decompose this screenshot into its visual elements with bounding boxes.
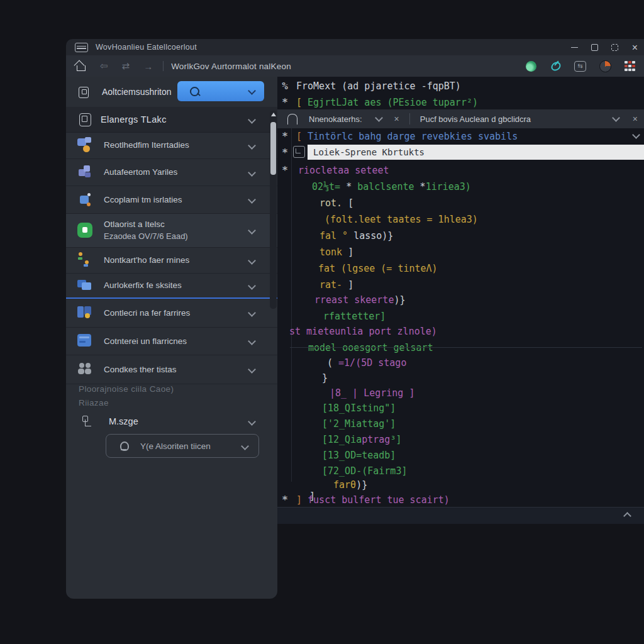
code-token: ] [296, 494, 308, 506]
code-token: [ [296, 97, 308, 108]
box-arrow-icon[interactable]: ⇆ [574, 61, 586, 72]
code-line[interactable]: rreast skeerte)} [314, 292, 406, 308]
gutter-divider [291, 128, 292, 482]
code-token: fal ° [319, 230, 353, 242]
scroll-up-icon[interactable] [271, 113, 276, 116]
tab-1-label[interactable]: Nnenokaterhs: [309, 114, 362, 124]
home-icon[interactable] [76, 62, 86, 71]
code-token: [18_QIsting"] [322, 402, 396, 414]
dropdown-value: Y(e Alsoriten tiicen [140, 441, 211, 451]
code-line[interactable]: tonk ] [319, 244, 353, 260]
sidebar-item-label: Cotnterei un flarricnes [104, 335, 187, 348]
code-line[interactable]: FroMext (ad pjaretice -fqpBT) [296, 78, 461, 94]
cluster-icon [77, 164, 94, 180]
code-line[interactable]: } [322, 370, 328, 386]
box-spark-icon [77, 192, 94, 208]
chevron-down-icon [248, 116, 256, 124]
people-icon [77, 362, 94, 378]
code-line[interactable]: [13_OD=teadb] [322, 447, 396, 464]
scrollbar-thumb[interactable] [270, 122, 276, 175]
pie-chart-icon[interactable] [599, 60, 611, 72]
code-line[interactable]: ( =1/(5D stago [327, 355, 406, 371]
sidebar-item[interactable]: Cotnterei un flarricnes [66, 328, 277, 355]
pen-icon[interactable] [550, 60, 561, 72]
code-line[interactable]: model ooesgort gelsart [308, 340, 433, 356]
editor-input-row: * Loiek-Sprene Kbrtukts [277, 145, 644, 160]
code-line[interactable]: rot. [ [319, 195, 353, 211]
code-token: [ [296, 131, 308, 142]
code-line[interactable]: st mieteunlia port zlnole) [289, 323, 437, 340]
chevron-down-icon[interactable] [612, 114, 620, 122]
chevron-up-icon[interactable] [623, 512, 631, 520]
status-row[interactable] [277, 507, 644, 524]
code-token: [ [348, 197, 353, 209]
sidebar-item[interactable]: Autafeertom Yariles [66, 159, 277, 186]
code-line[interactable]: rfattetter] [323, 308, 386, 325]
code-token: balclsente [352, 181, 419, 192]
code-token: )} [356, 479, 367, 491]
chevron-down-icon[interactable] [375, 114, 383, 122]
code-line[interactable]: [ EgjrtLJat aes (PEsioe tuparr²) [296, 94, 478, 111]
back-icon[interactable]: ⇦ [100, 60, 108, 72]
sidebar-header: Aoltciemsushriton [66, 77, 277, 106]
code-token: riocletaa seteet [298, 165, 389, 176]
forward-icon[interactable]: → [143, 61, 153, 72]
sidebar-item[interactable]: Ccoplami tm isrlaties [66, 186, 277, 214]
code-token: ptrag [362, 434, 390, 445]
code-token: FroMext (ad pjaretice -fqpBT) [296, 80, 461, 92]
search-button[interactable] [177, 81, 264, 101]
code-line[interactable]: ] fusct bulfert tue scairt) [296, 492, 450, 508]
code-panel: %FroMext (ad pjaretice -fqpBT)*[ EgjrtLJ… [277, 77, 644, 522]
code-token: * [420, 181, 426, 192]
editor-input-bar[interactable]: Loiek-Sprene Kbrtukts [308, 145, 644, 160]
sidebar-item[interactable]: Condkes ther tistas [66, 355, 277, 384]
code-token: |8_ | Legring ] [330, 387, 414, 399]
screen: WovHoanlieu Eatellcoerlout × ⇦ ⇄ → Worlk… [0, 0, 644, 644]
chevron-icon[interactable] [632, 131, 640, 139]
sidebar-item[interactable]: Contlecri na fer farrires [66, 299, 277, 328]
sidebar-group-header[interactable]: Elanergs TLakc [66, 107, 277, 133]
code-line[interactable]: ['2_Miattag'] [322, 416, 396, 432]
code-line[interactable]: (folt.leet taates = 1hlea3) [325, 211, 478, 228]
toolbar: ⇦ ⇄ → WorlkGov Aurtormalot nalKeon ⇆ [66, 55, 644, 77]
close-button[interactable]: × [631, 43, 639, 52]
code-line[interactable]: riocletaa seteet [298, 162, 389, 179]
code-line[interactable]: fat (lgsee (= tinteΛ) [318, 260, 438, 277]
code-token: 1iriea3) [426, 181, 471, 192]
code-line[interactable]: |8_ | Legring ] [330, 385, 414, 401]
sidebar-scrollbar[interactable] [270, 111, 277, 309]
sidebar-item[interactable]: Nontkart'ho faer rnines [66, 248, 277, 274]
code-token: rreast skeerte [314, 294, 394, 306]
sidebar-item[interactable]: Reotlhedfim Iterrtadies [66, 132, 277, 159]
maximize-button[interactable] [591, 43, 599, 52]
code-token: fat (lgsee (= tinteΛ) [318, 263, 438, 274]
toolbar-title: WorlkGov Aurtormalot nalKeon [171, 62, 291, 71]
gutter-marker: * [280, 162, 290, 179]
code-token: * [346, 181, 352, 192]
code-line[interactable]: 02⅓t= * balclsente *1iriea3) [312, 179, 471, 195]
tab-close-icon[interactable]: × [394, 114, 399, 124]
code-token: 02⅓t= [312, 181, 346, 192]
code-line[interactable]: [12_Qiaptrag³] [322, 431, 401, 448]
minimize-button[interactable] [570, 43, 579, 52]
sidebar-item-label: Nontkart'ho faer rnines [104, 254, 189, 267]
sidebar: Aoltciemsushriton Elanergs TLakc Reotlhe… [66, 77, 277, 599]
globe-icon[interactable] [526, 61, 536, 72]
sidebar-item[interactable]: Otlaorist a ItelscEzaodea OV/7/6 Eaad) [66, 214, 277, 248]
code-line[interactable]: fal ° lasso)} [319, 228, 393, 244]
sidebar-item-label: Aurlokerfix fe sksites [104, 279, 182, 292]
code-line[interactable]: farθ)} [333, 477, 367, 493]
sidebar-merge-row[interactable]: M.szge [66, 409, 277, 434]
code-line[interactable]: [18_QIsting"] [322, 400, 396, 416]
chevron-down-icon [248, 337, 256, 345]
merge-icon [81, 415, 94, 428]
sidebar-item[interactable]: Aurlokerfix fe sksites [66, 274, 277, 299]
tab-close-icon[interactable]: × [633, 114, 638, 124]
grid-icon[interactable] [625, 61, 635, 72]
swap-arrows-icon[interactable]: ⇄ [122, 60, 130, 72]
code-line[interactable]: [ Tintörlc bahg darge revebkies svabils [296, 128, 518, 145]
restore-button[interactable] [611, 43, 619, 52]
sidebar-dropdown[interactable]: Y(e Alsoriten tiicen [106, 434, 259, 458]
code-line[interactable]: rat- ] [319, 277, 353, 293]
tab-2-label[interactable]: Pucf bovis Auclean d gbclidcra [420, 114, 531, 124]
